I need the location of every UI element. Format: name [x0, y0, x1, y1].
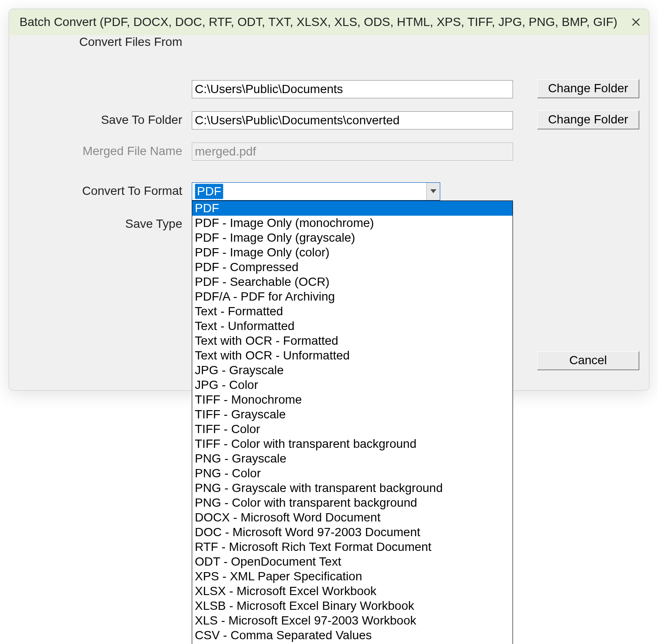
chevron-down-icon	[430, 189, 436, 194]
format-option[interactable]: PDF/A - PDF for Archiving	[192, 289, 513, 304]
format-option[interactable]: Text with OCR - Unformatted	[192, 348, 513, 363]
format-option[interactable]: DOC - Microsoft Word 97-2003 Document	[192, 525, 513, 540]
svg-marker-2	[430, 189, 436, 193]
format-option[interactable]: XLSX - Microsoft Excel Workbook	[192, 584, 513, 599]
save-to-input[interactable]: C:\Users\Public\Documents\converted	[192, 111, 513, 129]
format-option[interactable]: PDF - Image Only (grayscale)	[192, 230, 513, 245]
close-button[interactable]	[623, 9, 649, 35]
label-convert-from: Convert Files From	[9, 35, 182, 49]
format-option[interactable]: TIFF - Monochrome	[192, 392, 513, 407]
format-option[interactable]: DOCX - Microsoft Word Document	[192, 510, 513, 525]
change-folder-from-button[interactable]: Change Folder	[537, 79, 639, 98]
format-option[interactable]: XPS - XML Paper Specification	[192, 569, 513, 584]
format-option[interactable]: XLS - Microsoft Excel 97-2003 Workbook	[192, 613, 513, 628]
dialog-title: Batch Convert (PDF, DOCX, DOC, RTF, ODT,…	[19, 15, 623, 29]
label-save-type: Save Type	[9, 217, 182, 231]
format-option[interactable]: PNG - Color with transparent background	[192, 495, 513, 510]
format-option[interactable]: PDF - Compressed	[192, 260, 513, 275]
format-option[interactable]: PDF - Image Only (monochrome)	[192, 216, 513, 230]
batch-convert-dialog: Batch Convert (PDF, DOCX, DOC, RTF, ODT,…	[9, 9, 649, 391]
format-option[interactable]: TIFF - Color with transparent background	[192, 437, 513, 451]
format-option[interactable]: Text with OCR - Formatted	[192, 333, 513, 348]
format-option[interactable]: PDF - Image Only (color)	[192, 245, 513, 260]
format-option[interactable]: TIFF - Color	[192, 422, 513, 437]
format-option[interactable]: PDF - Searchable (OCR)	[192, 275, 513, 289]
format-option[interactable]: PDF	[192, 201, 513, 216]
change-folder-to-button[interactable]: Change Folder	[537, 110, 639, 129]
format-option[interactable]: ODT - OpenDocument Text	[192, 554, 513, 569]
cancel-button[interactable]: Cancel	[537, 351, 639, 370]
format-option[interactable]: Text - Unformatted	[192, 319, 513, 333]
format-option[interactable]: PNG - Grayscale	[192, 451, 513, 466]
dialog-body: Convert Files From C:\Users\Public\Docum…	[9, 35, 649, 390]
format-option[interactable]: JPG - Color	[192, 378, 513, 392]
merged-name-input: merged.pdf	[192, 142, 513, 161]
convert-from-input[interactable]: C:\Users\Public\Documents	[192, 80, 513, 98]
combo-selected-wrap: PDF	[192, 183, 426, 200]
combo-selected-value: PDF	[195, 184, 223, 199]
label-convert-format: Convert To Format	[9, 184, 182, 198]
format-option[interactable]: PNG - Color	[192, 466, 513, 481]
label-save-to: Save To Folder	[9, 113, 182, 127]
format-option[interactable]: XLSB - Microsoft Excel Binary Workbook	[192, 599, 513, 613]
format-option[interactable]: TIFF - Grayscale	[192, 407, 513, 422]
format-option[interactable]: Text - Formatted	[192, 304, 513, 319]
label-merged-name: Merged File Name	[9, 144, 182, 158]
convert-format-combobox[interactable]: PDF	[192, 182, 440, 201]
format-option[interactable]: JPG - Grayscale	[192, 363, 513, 378]
format-option[interactable]: PNG - Grayscale with transparent backgro…	[192, 481, 513, 495]
convert-format-dropdown[interactable]: PDFPDF - Image Only (monochrome)PDF - Im…	[192, 201, 513, 644]
combo-arrow-button[interactable]	[426, 183, 440, 200]
format-option[interactable]: RTF - Microsoft Rich Text Format Documen…	[192, 540, 513, 554]
titlebar: Batch Convert (PDF, DOCX, DOC, RTF, ODT,…	[9, 9, 649, 35]
close-icon	[632, 18, 640, 26]
format-option[interactable]: CSV - Comma Separated Values	[192, 628, 513, 643]
